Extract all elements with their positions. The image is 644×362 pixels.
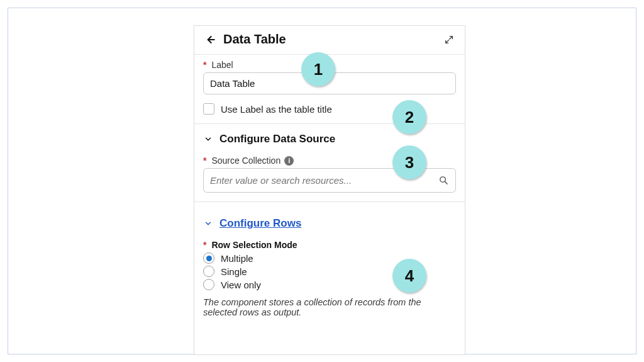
panel-title: Data Table — [223, 32, 442, 47]
callout-3: 3 — [392, 145, 426, 179]
use-label-as-title-label: Use Label as the table title — [221, 104, 332, 115]
label-caption-text: Label — [211, 60, 233, 70]
row-selection-mode-caption: * Row Selection Mode — [203, 240, 456, 250]
radio-single[interactable] — [203, 266, 214, 277]
outer-frame: Data Table * Label Use Label as the tabl… — [8, 8, 636, 354]
search-icon[interactable] — [438, 175, 449, 186]
radio-view-only[interactable] — [203, 279, 214, 290]
configure-data-source-title: Configure Data Source — [219, 133, 335, 145]
svg-point-0 — [440, 177, 445, 183]
back-arrow-icon[interactable] — [203, 33, 217, 47]
info-icon[interactable]: i — [284, 156, 294, 166]
radio-single-label: Single — [221, 266, 247, 277]
configure-data-source-header[interactable]: Configure Data Source — [194, 124, 465, 150]
row-selection-mode-text: Row Selection Mode — [211, 240, 297, 250]
configure-rows-header[interactable]: Configure Rows — [194, 202, 465, 235]
panel-header: Data Table — [194, 26, 465, 55]
callout-1: 1 — [301, 52, 335, 86]
use-label-as-title-checkbox[interactable] — [203, 103, 214, 115]
radio-multiple[interactable] — [203, 252, 214, 264]
properties-panel: Data Table * Label Use Label as the tabl… — [194, 25, 465, 355]
callout-4: 4 — [392, 259, 426, 293]
required-asterisk: * — [203, 60, 206, 70]
configure-rows-link[interactable]: Configure Rows — [219, 217, 301, 230]
radio-multiple-label: Multiple — [221, 253, 253, 264]
expand-icon[interactable] — [442, 33, 456, 47]
radio-view-only-label: View only — [221, 280, 261, 290]
chevron-down-icon — [203, 218, 213, 229]
required-asterisk: * — [203, 156, 206, 166]
source-collection-caption-text: Source Collection — [211, 156, 280, 166]
chevron-down-icon — [203, 134, 213, 144]
callout-2: 2 — [392, 100, 426, 134]
row-selection-helper-text: The component stores a collection of rec… — [203, 292, 456, 317]
required-asterisk: * — [203, 240, 206, 250]
